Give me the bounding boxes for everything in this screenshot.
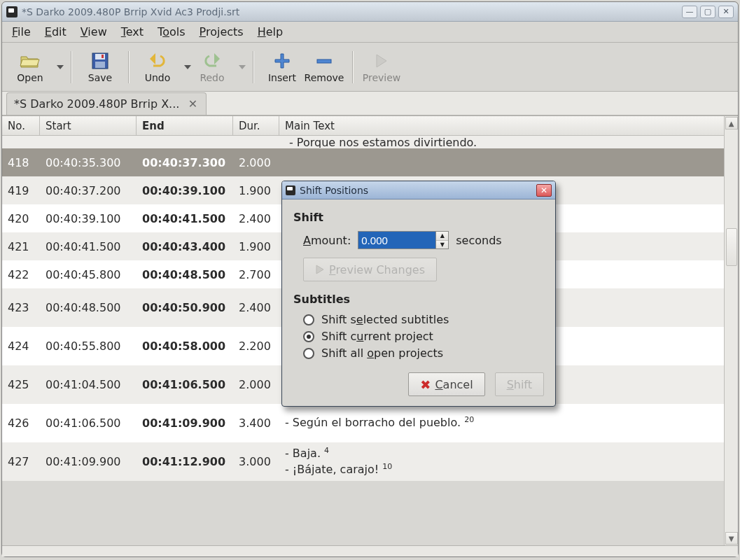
table-row[interactable]: 41800:40:35.30000:40:37.3002.000 (2, 148, 724, 176)
menu-edit[interactable]: Edit (45, 25, 67, 38)
undo-icon (148, 51, 167, 71)
radio-icon (303, 331, 314, 342)
shift-positions-dialog: Shift Positions ✕ Shift Amount: ▲ ▼ seco… (281, 181, 556, 407)
redo-button[interactable]: Redo (191, 46, 233, 88)
redo-dropdown-icon[interactable] (239, 65, 246, 69)
spin-up-icon[interactable]: ▲ (436, 232, 448, 241)
menubar: File Edit View Text Tools Projects Help (2, 22, 738, 43)
menu-projects[interactable]: Projects (200, 25, 244, 38)
shift-heading: Shift (293, 211, 544, 224)
col-start[interactable]: Start (40, 116, 137, 135)
dialog-titlebar[interactable]: Shift Positions ✕ (282, 181, 555, 200)
app-icon (6, 6, 18, 18)
window-title: *S Darko 2009.480P Brrip Xvid Ac3 Prodji… (22, 6, 682, 18)
amount-input[interactable] (358, 232, 435, 248)
col-end[interactable]: End (137, 116, 233, 135)
col-no[interactable]: No. (2, 116, 40, 135)
table-row[interactable]: 42600:41:06.50000:41:09.9003.400- Según … (2, 404, 724, 442)
menu-tools[interactable]: Tools (158, 25, 185, 38)
play-icon (375, 51, 389, 71)
table-header: No. Start End Dur. Main Text (2, 116, 738, 136)
radio-current[interactable]: Shift current project (303, 330, 544, 343)
radio-icon (303, 348, 314, 359)
amount-spinbox[interactable]: ▲ ▼ (358, 231, 449, 249)
menu-view[interactable]: View (81, 25, 107, 38)
scroll-down-button[interactable]: ▼ (725, 532, 738, 545)
close-window-button[interactable]: ✕ (718, 6, 734, 18)
table-row[interactable]: 42700:41:09.90000:41:12.9003.000- Baja. … (2, 442, 724, 481)
scroll-up-button[interactable]: ▲ (725, 117, 738, 130)
document-tabs: *S Darko 2009.480P Brrip X... ✕ (2, 92, 738, 115)
preview-changes-button[interactable]: Preview Changes (303, 258, 437, 281)
menu-text[interactable]: Text (121, 25, 144, 38)
radio-all[interactable]: Shift all open projects (303, 346, 544, 360)
maximize-button[interactable]: ▢ (700, 6, 715, 18)
svg-rect-4 (317, 59, 331, 63)
undo-dropdown-icon[interactable] (184, 65, 191, 69)
minimize-button[interactable]: — (682, 6, 697, 18)
folder-open-icon (20, 51, 41, 71)
plus-icon (274, 51, 291, 71)
titlebar: *S Darko 2009.480P Brrip Xvid Ac3 Prodji… (2, 2, 738, 22)
amount-unit: seconds (456, 234, 501, 247)
save-button[interactable]: Save (79, 46, 121, 88)
floppy-icon (91, 51, 109, 71)
document-tab-label: *S Darko 2009.480P Brrip X... (14, 97, 179, 111)
menu-help[interactable]: Help (258, 25, 283, 38)
play-icon (315, 265, 325, 274)
prev-row-cutoff: - Porque nos estamos divirtiendo. (2, 136, 724, 148)
shift-button[interactable]: Shift (495, 372, 544, 396)
minus-icon (316, 51, 333, 71)
open-dropdown-icon[interactable] (57, 65, 64, 69)
scroll-thumb[interactable] (726, 228, 737, 266)
insert-button[interactable]: Insert (261, 46, 303, 88)
col-dur[interactable]: Dur. (233, 116, 279, 135)
spin-down-icon[interactable]: ▼ (436, 241, 448, 249)
cancel-icon: ✖ (420, 377, 431, 392)
toolbar: Open Save Undo Redo (2, 43, 738, 92)
open-button[interactable]: Open (9, 46, 51, 88)
cancel-button[interactable]: ✖ Cancel (408, 372, 484, 396)
vertical-scrollbar[interactable]: ▲ ▼ (724, 116, 738, 545)
undo-button[interactable]: Undo (137, 46, 179, 88)
radio-icon (303, 314, 314, 326)
close-tab-icon[interactable]: ✕ (186, 98, 199, 111)
preview-button[interactable]: Preview (361, 46, 403, 88)
svg-rect-3 (102, 55, 104, 58)
remove-button[interactable]: Remove (303, 46, 345, 88)
svg-rect-2 (95, 62, 105, 68)
dialog-app-icon (286, 186, 295, 195)
dialog-close-button[interactable]: ✕ (536, 184, 552, 197)
document-tab[interactable]: *S Darko 2009.480P Brrip X... ✕ (6, 92, 207, 115)
menu-file[interactable]: File (12, 25, 31, 38)
amount-label: Amount: (303, 234, 351, 247)
dialog-title: Shift Positions (300, 185, 536, 196)
redo-icon (202, 51, 222, 71)
radio-selected[interactable]: Shift selected subtitles (303, 313, 544, 326)
subtitles-heading: Subtitles (293, 293, 544, 306)
status-bar (2, 545, 738, 556)
col-main[interactable]: Main Text (279, 116, 738, 135)
